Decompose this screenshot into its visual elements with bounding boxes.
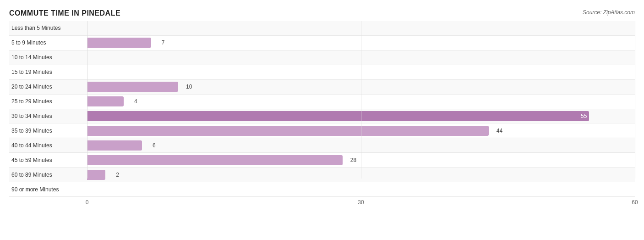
bar-value: 10 [186, 84, 192, 90]
bar-label: 5 to 9 Minutes [9, 39, 87, 46]
bar-value: 4 [134, 98, 137, 105]
bar-row: 40 to 44 Minutes6 [9, 138, 635, 153]
grid-line [635, 21, 635, 179]
bar-label: Less than 5 Minutes [9, 25, 87, 31]
chart-area: Less than 5 Minutes5 to 9 Minutes710 to … [9, 21, 635, 215]
bar-row: 45 to 59 Minutes28 [9, 153, 635, 167]
bar-label: 20 to 24 Minutes [9, 84, 87, 90]
bar-value: 6 [153, 142, 156, 149]
bar-fill: 6 [87, 140, 142, 151]
bar-track [87, 184, 635, 195]
bar-label: 60 to 89 Minutes [9, 172, 87, 178]
bar-fill: 7 [87, 38, 151, 48]
bar-fill: 4 [87, 96, 124, 106]
grid-line [361, 21, 361, 179]
bar-label: 25 to 29 Minutes [9, 98, 87, 105]
bar-row: 15 to 19 Minutes [9, 65, 635, 80]
bar-label: 15 to 19 Minutes [9, 69, 87, 75]
bar-value: 7 [162, 39, 165, 46]
bar-row: 5 to 9 Minutes7 [9, 36, 635, 50]
bar-label: 30 to 34 Minutes [9, 113, 87, 119]
bar-row: 90 or more Minutes [9, 182, 635, 197]
x-axis-tick: 0 [86, 199, 89, 206]
x-axis: 03060 [87, 197, 635, 215]
bar-row: 30 to 34 Minutes55 [9, 109, 635, 124]
bar-fill: 28 [87, 155, 343, 165]
bar-row: 60 to 89 Minutes2 [9, 167, 635, 182]
bar-label: 35 to 39 Minutes [9, 128, 87, 134]
bar-row: Less than 5 Minutes [9, 21, 635, 36]
bar-label: 40 to 44 Minutes [9, 142, 87, 149]
bars-section: Less than 5 Minutes5 to 9 Minutes710 to … [9, 21, 635, 197]
bar-row: 10 to 14 Minutes [9, 50, 635, 65]
bar-label: 45 to 59 Minutes [9, 157, 87, 163]
bar-fill: 55 [87, 111, 589, 121]
bar-value: 28 [350, 157, 356, 163]
grid-line [87, 21, 87, 179]
bar-fill: 2 [87, 170, 105, 180]
bar-value: 2 [116, 172, 119, 178]
bar-fill: 10 [87, 82, 178, 92]
x-axis-tick: 30 [358, 199, 364, 206]
source-label: Source: ZipAtlas.com [583, 9, 635, 16]
x-axis-tick: 60 [632, 199, 638, 206]
bar-label: 90 or more Minutes [9, 186, 87, 193]
bar-row: 35 to 39 Minutes44 [9, 123, 635, 138]
bar-fill: 44 [87, 126, 489, 136]
bar-value: 55 [581, 113, 587, 119]
bar-row: 25 to 29 Minutes4 [9, 95, 635, 109]
bar-label: 10 to 14 Minutes [9, 54, 87, 61]
bar-value: 44 [497, 128, 502, 134]
chart-container: COMMUTE TIME IN PINEDALE Source: ZipAtla… [0, 0, 644, 240]
bar-row: 20 to 24 Minutes10 [9, 80, 635, 95]
chart-title: COMMUTE TIME IN PINEDALE [9, 9, 635, 17]
